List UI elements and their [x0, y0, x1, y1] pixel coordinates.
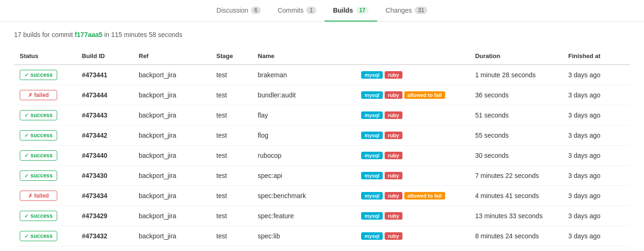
row-8-buildid[interactable]: #473432 — [76, 226, 133, 246]
tag-ruby: ruby — [385, 111, 402, 119]
row-7-name: spec:feature — [252, 206, 356, 226]
tab-changes[interactable]: Changes31 — [377, 0, 436, 22]
content: 17 builds for commit f177aaa5 in 115 min… — [0, 22, 644, 251]
tag-mysql: mysql — [361, 132, 383, 139]
status-badge-failed: ✗failed — [20, 90, 57, 100]
row-1-status: ✗failed — [14, 85, 76, 105]
row-3-stage: test — [211, 126, 252, 146]
row-1-buildid[interactable]: #473444 — [76, 85, 133, 105]
row-7-buildid[interactable]: #473429 — [76, 206, 133, 226]
row-3-buildid[interactable]: #473442 — [76, 126, 133, 146]
summary-suffix: in 115 minutes 58 seconds — [104, 31, 182, 38]
row-5-stage: test — [211, 166, 252, 186]
tag-allowed-to-fail: allowed to fail — [404, 91, 445, 99]
status-label: success — [30, 172, 53, 179]
table-row[interactable]: ✓success#473429backport_jiratestspec:fea… — [14, 206, 630, 226]
row-1-stage: test — [211, 85, 252, 105]
status-badge-success: ✓success — [20, 211, 57, 221]
row-3-ref: backport_jira — [133, 126, 211, 146]
row-8-status: ✓success — [14, 226, 76, 246]
build-id-link[interactable]: #473430 — [82, 172, 107, 179]
row-7-stage: test — [211, 206, 252, 226]
th-4: Name — [252, 48, 356, 65]
tab-changes-label: Changes — [386, 7, 412, 14]
table-row[interactable]: ✓success#473440backport_jiratestrubocopm… — [14, 146, 630, 166]
row-7-ref: backport_jira — [133, 206, 211, 226]
row-6-stage: test — [211, 186, 252, 206]
row-0-ref: backport_jira — [133, 65, 211, 85]
check-icon: ✓ — [24, 153, 29, 159]
check-icon: ✓ — [24, 173, 29, 179]
row-1-name: bundler:audit — [252, 85, 356, 105]
row-5-status: ✓success — [14, 166, 76, 186]
tag-allowed-to-fail: allowed to fail — [404, 192, 445, 199]
build-id-link[interactable]: #473442 — [82, 132, 107, 139]
row-1-tags: mysqlrubyallowed to fail — [356, 85, 470, 105]
tag-mysql: mysql — [361, 212, 383, 220]
status-badge-success: ✓success — [20, 150, 57, 161]
build-id-link[interactable]: #473429 — [82, 212, 107, 220]
status-badge-failed: ✗failed — [20, 191, 57, 201]
row-1-finished: 3 days ago — [563, 85, 630, 105]
table-row[interactable]: ✓success#473442backport_jiratestflogmysq… — [14, 126, 630, 146]
row-6-name: spec:benchmark — [252, 186, 356, 206]
row-4-buildid[interactable]: #473440 — [76, 146, 133, 166]
tab-builds[interactable]: Builds17 — [325, 0, 377, 22]
tag-mysql: mysql — [361, 111, 383, 119]
row-0-finished: 3 days ago — [563, 65, 630, 85]
table-row[interactable]: ✓success#473441backport_jiratestbrakeman… — [14, 65, 630, 85]
table-row[interactable]: ✗failed#473444backport_jiratestbundler:a… — [14, 85, 630, 105]
row-0-name: brakeman — [252, 65, 356, 85]
th-6: Duration — [470, 48, 563, 65]
table-row[interactable]: ✓success#473443backport_jiratestflaymysq… — [14, 105, 630, 126]
row-8-ref: backport_jira — [133, 226, 211, 246]
row-4-finished: 3 days ago — [563, 146, 630, 166]
build-id-link[interactable]: #473440 — [82, 152, 107, 159]
build-id-link[interactable]: #473432 — [82, 232, 107, 240]
row-0-status: ✓success — [14, 65, 76, 85]
row-2-finished: 3 days ago — [563, 105, 630, 126]
row-3-duration: 55 seconds — [470, 126, 563, 146]
table-header: StatusBuild IDRefStageNameDurationFinish… — [14, 48, 630, 65]
status-badge-success: ✓success — [20, 231, 57, 241]
build-id-link[interactable]: #473443 — [82, 111, 107, 119]
row-2-stage: test — [211, 105, 252, 126]
tab-discussion[interactable]: Discussion6 — [208, 0, 269, 22]
row-2-duration: 51 seconds — [470, 105, 563, 126]
status-label: failed — [34, 192, 49, 199]
row-2-tags: mysqlruby — [356, 105, 470, 126]
tag-ruby: ruby — [385, 212, 402, 220]
tab-builds-badge: 17 — [356, 7, 369, 14]
row-7-tags: mysqlruby — [356, 206, 470, 226]
table-row[interactable]: ✓success#473430backport_jiratestspec:api… — [14, 166, 630, 186]
tab-changes-badge: 31 — [415, 7, 427, 14]
build-id-link[interactable]: #473444 — [82, 91, 107, 99]
status-label: success — [30, 152, 53, 159]
row-5-buildid[interactable]: #473430 — [76, 166, 133, 186]
row-5-duration: 7 minutes 22 seconds — [470, 166, 563, 186]
row-2-buildid[interactable]: #473443 — [76, 105, 133, 126]
tabs-bar: Discussion6Commits1Builds17Changes31 — [0, 0, 644, 22]
row-7-finished: 3 days ago — [563, 206, 630, 226]
row-0-buildid[interactable]: #473441 — [76, 65, 133, 85]
row-6-ref: backport_jira — [133, 186, 211, 206]
tag-ruby: ruby — [385, 172, 402, 179]
row-6-status: ✗failed — [14, 186, 76, 206]
tag-mysql: mysql — [361, 152, 383, 159]
row-4-name: rubocop — [252, 146, 356, 166]
row-8-tags: mysqlruby — [356, 226, 470, 246]
table-row[interactable]: ✓success#473432backport_jiratestspec:lib… — [14, 226, 630, 246]
row-6-buildid[interactable]: #473434 — [76, 186, 133, 206]
build-id-link[interactable]: #473434 — [82, 192, 107, 199]
check-icon: ✓ — [24, 133, 29, 139]
status-label: success — [30, 213, 53, 219]
status-label: success — [30, 233, 53, 239]
table-row[interactable]: ✗failed#473434backport_jiratestspec:benc… — [14, 186, 630, 206]
row-6-duration: 4 minutes 41 seconds — [470, 186, 563, 206]
status-badge-success: ✓success — [20, 130, 57, 140]
build-id-link[interactable]: #473441 — [82, 71, 107, 79]
row-4-status: ✓success — [14, 146, 76, 166]
builds-table: StatusBuild IDRefStageNameDurationFinish… — [14, 48, 630, 246]
tab-discussion-badge: 6 — [251, 7, 261, 14]
tab-commits[interactable]: Commits1 — [269, 0, 325, 22]
